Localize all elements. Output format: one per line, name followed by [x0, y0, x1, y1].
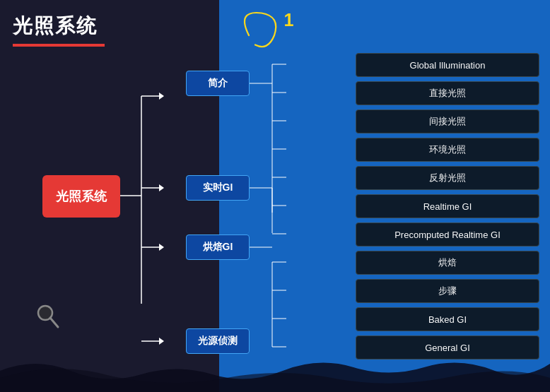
center-node-label: 光照系统 — [56, 188, 107, 205]
svg-line-1 — [50, 318, 58, 327]
list-item-steps: 步骤 — [356, 279, 539, 303]
svg-marker-11 — [159, 338, 164, 345]
branch-node-baked: 烘焙GI — [186, 234, 250, 260]
list-item-gi: Global Illumination — [356, 53, 539, 77]
right-items-list: Global Illumination 直接光照 间接光照 环境光照 反射光照 … — [345, 0, 550, 392]
svg-marker-7 — [159, 184, 164, 191]
branch-node-probe: 光源侦测 — [186, 328, 250, 354]
list-item-ambient: 环境光照 — [356, 138, 539, 162]
list-item-indirect: 间接光照 — [356, 109, 539, 133]
list-item-baked-gi: Baked GI — [356, 307, 539, 331]
list-item-baking: 烘焙 — [356, 251, 539, 275]
title-area: 光照系统 — [13, 13, 105, 47]
center-node: 光照系统 — [42, 175, 120, 218]
title-underline — [13, 44, 105, 47]
list-item-precomputed: Precomputed Realtime GI — [356, 222, 539, 247]
branch-nodes-column: 简介 实时GI 烘焙GI 光源侦测 — [186, 0, 253, 392]
svg-marker-5 — [159, 93, 164, 100]
list-item-reflect: 反射光照 — [356, 166, 539, 190]
list-item-direct: 直接光照 — [356, 81, 539, 105]
svg-text:1: 1 — [284, 10, 294, 30]
page-title: 光照系统 — [13, 13, 105, 40]
list-item-realtime-gi: Realtime GI — [356, 194, 539, 218]
branch-node-intro: 简介 — [186, 71, 250, 96]
right-panel: 1 简介 实时GI 烘焙GI 光源侦测 — [219, 0, 550, 392]
main-container: 光照系统 光照系统 — [0, 0, 550, 392]
list-item-general-gi: General GI — [356, 335, 539, 360]
magnifier-icon — [35, 303, 61, 328]
branch-node-realtime: 实时GI — [186, 175, 250, 201]
svg-marker-9 — [159, 244, 164, 251]
